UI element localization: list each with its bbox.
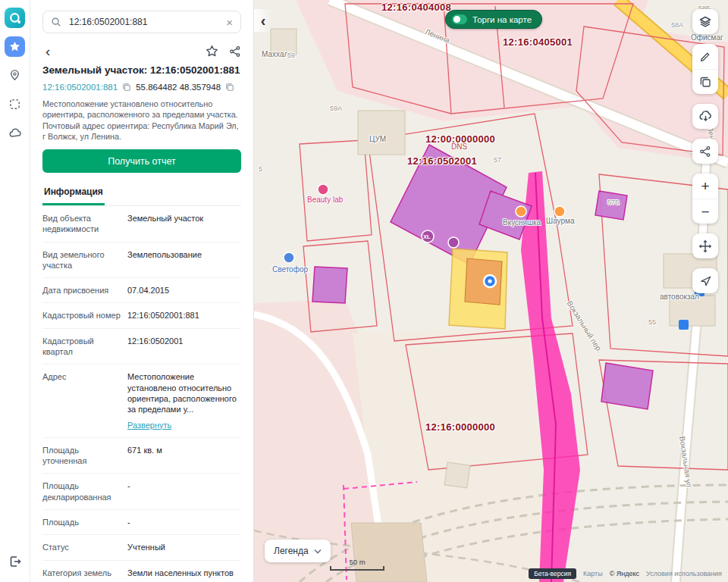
pan-button[interactable]	[692, 233, 718, 258]
collapse-panel-button[interactable]: ‹	[254, 9, 272, 32]
copy-icon[interactable]	[225, 83, 234, 92]
download-button[interactable]	[692, 104, 718, 129]
info-row-address: Адрес Местоположение установлено относит…	[42, 365, 241, 437]
copy-area-button[interactable]	[692, 69, 718, 94]
cloud-icon	[8, 127, 22, 140]
app-logo[interactable]	[5, 8, 25, 28]
pan-arrows-icon	[698, 239, 712, 253]
clear-search-icon[interactable]: ×	[226, 17, 233, 28]
info-row-land-category: Категория земель Земли населенных пункто…	[42, 561, 241, 582]
share-icon	[699, 146, 711, 158]
tab-information[interactable]: Информация	[42, 182, 105, 205]
info-row-cadastral-number: Кадастровый номер 12:16:0502001:881	[42, 303, 241, 328]
left-icon-rail	[0, 0, 30, 582]
info-table: Вид объекта недвижимости Земельный участ…	[42, 206, 241, 582]
map-area: 12:16:0404008 12:16:0405001 12:00:000000…	[254, 0, 728, 582]
logout-icon	[8, 555, 22, 568]
scale-bar: 50 m	[330, 558, 384, 571]
share-icon[interactable]	[229, 45, 241, 58]
info-row-parcel-type: Вид земельного участка Землепользование	[42, 242, 241, 279]
favorites-nav-button[interactable]	[5, 36, 25, 57]
map-toolbar: + −	[692, 9, 718, 293]
zoom-in-button[interactable]: +	[692, 174, 718, 199]
info-row-date: Дата присвоения 07.04.2015	[42, 278, 241, 303]
search-input[interactable]	[67, 16, 220, 28]
object-detail-panel: × ‹ Земельный участок: 12:16:0502001:881…	[30, 0, 254, 582]
info-row-area: Площадь -	[42, 510, 241, 535]
panel-actions-row: ‹	[42, 44, 241, 58]
back-button[interactable]: ‹	[42, 44, 53, 58]
torgi-label: Торги на карте	[472, 15, 532, 24]
coordinates-value: 55.864482 48.357948	[136, 83, 221, 92]
info-row-area-refined: Площадь уточненная 671 кв. м	[42, 438, 241, 474]
panel-tabs: Информация	[42, 182, 241, 206]
selection-nav-button[interactable]	[5, 94, 25, 114]
beta-badge: Бета-версия	[529, 568, 576, 579]
info-row-status: Статус Учтенный	[42, 535, 241, 560]
pencil-icon	[699, 50, 712, 63]
expand-address-link[interactable]: Развернуть	[127, 420, 171, 430]
copy-icon[interactable]	[122, 83, 131, 92]
map-attribution: Бета-версия Карты © Яндекс Условия испол…	[529, 568, 722, 579]
location-arrow-icon	[699, 274, 712, 287]
yandex-copyright[interactable]: © Яндекс	[610, 570, 639, 577]
locate-me-button[interactable]	[692, 268, 718, 293]
maps-label: Карты	[583, 570, 603, 577]
favorite-star-icon[interactable]	[206, 45, 218, 58]
dashed-area-icon	[8, 98, 21, 111]
duplicate-icon	[699, 76, 711, 88]
cadastral-number-link[interactable]: 12:16:0502001:881	[42, 83, 118, 92]
info-row-area-declared: Площадь декларированная -	[42, 474, 241, 510]
chevron-down-icon	[314, 549, 322, 554]
terms-of-use-link[interactable]: Условия использования	[646, 570, 722, 577]
layers-button[interactable]	[692, 9, 718, 34]
info-row-object-type: Вид объекта недвижимости Земельный участ…	[42, 206, 241, 242]
share-map-button[interactable]	[692, 139, 718, 164]
map-canvas[interactable]	[254, 0, 728, 582]
draw-button[interactable]	[692, 44, 718, 69]
legend-button[interactable]: Легенда	[265, 540, 331, 562]
object-title: Земельный участок: 12:16:0502001:881	[42, 64, 241, 76]
marker-nav-button[interactable]	[5, 65, 25, 86]
info-row-cadastral-quarter: Кадастровый квартал 12:16:0502001	[42, 329, 241, 365]
get-report-button[interactable]: Получить отчет	[42, 149, 241, 173]
logo-icon	[8, 11, 22, 25]
torgi-map-toggle-button[interactable]: Торги на карте	[445, 10, 542, 29]
object-description: Местоположение установлено относительно …	[42, 99, 241, 142]
logout-button[interactable]	[5, 551, 25, 571]
map-pin-icon	[8, 69, 21, 82]
app-window: × ‹ Земельный участок: 12:16:0502001:881…	[0, 0, 728, 582]
cadastral-coords-row: 12:16:0502001:881 55.864482 48.357948	[42, 83, 241, 92]
search-icon	[51, 17, 61, 27]
search-bar[interactable]: ×	[42, 11, 241, 33]
toggle-icon	[452, 14, 467, 24]
cloud-nav-button[interactable]	[5, 123, 25, 143]
cloud-download-icon	[698, 109, 713, 124]
layers-icon	[698, 15, 712, 29]
star-icon	[8, 40, 21, 53]
zoom-out-button[interactable]: −	[692, 199, 718, 224]
